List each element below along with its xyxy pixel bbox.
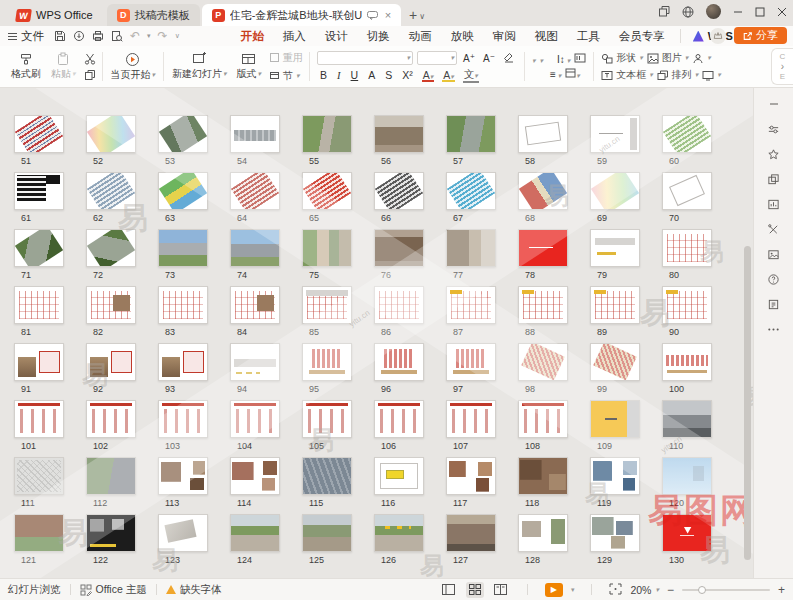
user-avatar[interactable] (706, 4, 721, 19)
theme-indicator[interactable]: Office 主题 (80, 583, 147, 597)
slide-thumbnail-107[interactable] (446, 400, 496, 438)
print-icon[interactable] (92, 30, 104, 42)
reading-view-button[interactable] (492, 582, 510, 598)
slide-thumbnail-79[interactable] (590, 229, 640, 267)
slideshow-play-button[interactable]: ▶ (545, 583, 563, 597)
slide-thumbnail-66[interactable] (374, 172, 424, 210)
picture-button[interactable]: 图片▾ (647, 51, 689, 65)
slide-thumbnail-104[interactable] (230, 400, 280, 438)
columns-button[interactable]: ≡▾ (548, 69, 561, 80)
cut-button[interactable] (84, 53, 96, 65)
minimize-button[interactable] (733, 7, 743, 17)
slide-thumbnail-83[interactable] (158, 286, 208, 324)
slide-thumbnail-71[interactable] (14, 229, 64, 267)
slideshow-dropdown-icon[interactable]: ▾ (571, 586, 575, 594)
slide-layout-button[interactable]: 版式▾ (232, 48, 267, 85)
slide-thumbnail-109[interactable] (590, 400, 640, 438)
slide-thumbnail-75[interactable] (302, 229, 352, 267)
line-spacing-button[interactable]: I↕▾ (555, 54, 570, 65)
document-tab-template[interactable]: D 找稿壳模板 (107, 4, 200, 26)
menu-tab-插入[interactable]: 插入 (282, 27, 307, 46)
slide-thumbnail-114[interactable] (230, 457, 280, 495)
font-style-button-4[interactable]: S (382, 69, 395, 81)
zoom-slider-knob[interactable] (698, 586, 706, 594)
slide-thumbnail-111[interactable] (14, 457, 64, 495)
text-direction-button[interactable] (574, 53, 586, 65)
normal-view-button[interactable] (440, 582, 458, 598)
menu-tab-动画[interactable]: 动画 (408, 27, 433, 46)
comment-bubble-icon[interactable] (367, 11, 378, 20)
print-preview-icon[interactable] (111, 30, 123, 42)
zoom-out-button[interactable]: − (667, 583, 674, 597)
quickbar-more-icon[interactable]: ∨ (175, 32, 180, 40)
slide-thumbnail-80[interactable] (662, 229, 712, 267)
highlight-color-button[interactable]: A▾ (440, 69, 457, 81)
slide-thumbnail-63[interactable] (158, 172, 208, 210)
slide-thumbnail-60[interactable] (662, 115, 712, 153)
slide-thumbnail-130[interactable] (662, 514, 712, 552)
slide-thumbnail-121[interactable] (14, 514, 64, 552)
portrait-button[interactable]: ▾ (692, 53, 711, 64)
slide-thumbnail-93[interactable] (158, 343, 208, 381)
slide-thumbnail-69[interactable] (590, 172, 640, 210)
document-tab-active[interactable]: P 住宅-金辉盐城B地块-联创UDG × (202, 4, 401, 26)
menu-tab-开始[interactable]: 开始 (240, 27, 265, 46)
slide-thumbnail-103[interactable] (158, 400, 208, 438)
more-panels-icon[interactable] (766, 321, 782, 337)
slide-thumbnail-97[interactable] (446, 343, 496, 381)
menu-tab-放映[interactable]: 放映 (450, 27, 475, 46)
font-style-button-2[interactable]: U (348, 69, 362, 81)
slide-thumbnail-116[interactable] (374, 457, 424, 495)
slide-thumbnail-94[interactable] (230, 343, 280, 381)
slide-thumbnail-54[interactable] (230, 115, 280, 153)
vertical-scrollbar[interactable] (743, 88, 752, 578)
slide-thumbnail-81[interactable] (14, 286, 64, 324)
decrease-font-button[interactable]: A⁻ (481, 53, 497, 64)
play-from-current-button[interactable]: 当页开始▾ (106, 48, 161, 85)
slide-thumbnail-56[interactable] (374, 115, 424, 153)
slide-thumbnail-77[interactable] (446, 229, 496, 267)
scrollbar-thumb[interactable] (744, 246, 751, 560)
redo-icon[interactable]: ↷ (158, 29, 168, 43)
shapes-panel-icon[interactable] (766, 171, 782, 187)
font-style-button-3[interactable]: A (365, 69, 378, 81)
wps-home-tab[interactable]: W WPS Office (4, 4, 105, 26)
slide-thumbnail-106[interactable] (374, 400, 424, 438)
media-button[interactable]: ▾ (702, 70, 721, 81)
slide-thumbnail-95[interactable] (302, 343, 352, 381)
clear-format-button[interactable] (501, 52, 517, 65)
slide-thumbnail-73[interactable] (158, 229, 208, 267)
slide-thumbnail-72[interactable] (86, 229, 136, 267)
file-menu[interactable]: 文件 (8, 29, 44, 44)
menu-tab-审阅[interactable]: 审阅 (492, 27, 517, 46)
slide-thumbnail-86[interactable] (374, 286, 424, 324)
menu-tab-视图[interactable]: 视图 (534, 27, 559, 46)
shapes-button[interactable]: 形状▾ (601, 51, 643, 65)
slide-thumbnail-59[interactable] (590, 115, 640, 153)
slide-thumbnail-115[interactable] (302, 457, 352, 495)
textbox-button[interactable]: 文本框▾ (601, 68, 653, 82)
slide-thumbnail-82[interactable] (86, 286, 136, 324)
paste-button[interactable]: 粘贴▾ (46, 48, 81, 85)
slide-thumbnail-98[interactable] (518, 343, 568, 381)
gallery-panel-icon[interactable] (766, 246, 782, 262)
slide-thumbnail-110[interactable] (662, 400, 712, 438)
zoom-in-button[interactable]: + (778, 583, 785, 597)
new-slide-button[interactable]: 新建幻灯片▾ (167, 48, 232, 85)
tab-close-icon[interactable]: × (385, 9, 391, 21)
font-style-button-5[interactable]: X² (399, 69, 416, 81)
section-button[interactable]: 节▾ (269, 69, 303, 83)
slide-thumbnail-102[interactable] (86, 400, 136, 438)
slide-thumbnail-122[interactable] (86, 514, 136, 552)
tab-list-chevron-icon[interactable]: ∨ (419, 12, 425, 21)
save-icon[interactable] (54, 30, 66, 42)
copy-button[interactable] (84, 69, 96, 81)
undo-dropdown-icon[interactable]: ▾ (147, 32, 151, 40)
slide-thumbnail-108[interactable] (518, 400, 568, 438)
slide-thumbnail-117[interactable] (446, 457, 496, 495)
slide-thumbnail-92[interactable] (86, 343, 136, 381)
bullet-list-button[interactable]: ▾ (532, 54, 536, 65)
numbered-list-button[interactable]: ▾ (539, 54, 543, 65)
slide-thumbnail-53[interactable] (158, 115, 208, 153)
font-style-button-1[interactable]: I (334, 70, 344, 81)
